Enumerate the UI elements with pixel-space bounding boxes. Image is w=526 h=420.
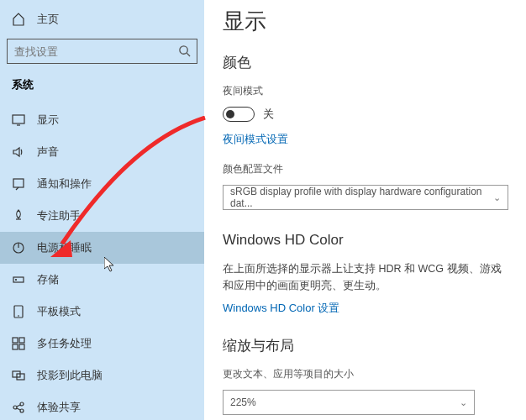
page-title: 显示	[223, 7, 509, 36]
nav-storage[interactable]: 存储	[0, 264, 204, 296]
sound-icon	[12, 145, 25, 159]
project-icon	[12, 369, 25, 382]
nav-notifications[interactable]: 通知和操作	[0, 168, 204, 200]
scale-label: 更改文本、应用等项目的大小	[223, 367, 509, 381]
nav-label: 显示	[37, 113, 59, 128]
multitask-icon	[12, 337, 25, 350]
svg-rect-2	[13, 115, 24, 123]
nav-label: 电源和睡眠	[37, 240, 92, 255]
svg-rect-7	[13, 277, 24, 282]
night-light-toggle[interactable]	[223, 107, 255, 122]
svg-rect-11	[13, 338, 18, 343]
svg-line-21	[17, 408, 20, 410]
nav-label: 声音	[37, 144, 59, 160]
night-light-settings-link[interactable]: 夜间模式设置	[223, 132, 288, 147]
nav-label: 体验共享	[37, 400, 81, 415]
dropdown-value: sRGB display profile with display hardwa…	[230, 186, 493, 209]
share-icon	[12, 401, 25, 414]
hd-color-title: Windows HD Color	[223, 232, 509, 249]
color-section-title: 颜色	[223, 53, 509, 72]
toggle-state: 关	[263, 107, 274, 122]
sidebar: 主页 系统 显示 声音 通知和操作 专注助手 电源和睡眠 存储 平板模式 多任务…	[0, 0, 204, 420]
svg-rect-14	[19, 344, 24, 349]
nav-power-sleep[interactable]: 电源和睡眠	[0, 232, 204, 264]
svg-rect-12	[19, 338, 24, 343]
svg-line-1	[187, 53, 190, 56]
nav-label: 专注助手	[37, 208, 81, 223]
home-link[interactable]: 主页	[0, 7, 204, 32]
nav-display[interactable]: 显示	[0, 104, 204, 136]
color-profile-label: 颜色配置文件	[223, 162, 509, 176]
nav-share[interactable]: 体验共享	[0, 391, 204, 420]
storage-icon	[12, 273, 25, 286]
main-content: 显示 颜色 夜间模式 关 夜间模式设置 颜色配置文件 sRGB display …	[204, 0, 526, 420]
chevron-down-icon: ⌄	[493, 192, 501, 203]
nav-label: 平板模式	[37, 304, 81, 319]
dropdown-value: 225%	[230, 396, 256, 408]
svg-point-18	[20, 402, 24, 406]
nav-label: 多任务处理	[37, 336, 92, 351]
notifications-icon	[12, 177, 25, 191]
monitor-icon	[12, 113, 25, 127]
hd-color-desc: 在上面所选择的显示器上让支持 HDR 和 WCG 视频、游戏和应用中的画面更明亮…	[223, 260, 509, 294]
search-input[interactable]	[7, 39, 197, 64]
toggle-knob	[226, 110, 234, 118]
svg-point-8	[16, 280, 17, 281]
nav-focus[interactable]: 专注助手	[0, 200, 204, 232]
svg-point-0	[180, 46, 187, 54]
nav-multitask[interactable]: 多任务处理	[0, 328, 204, 360]
scale-dropdown[interactable]: 225% ⌄	[223, 390, 475, 415]
color-profile-dropdown[interactable]: sRGB display profile with display hardwa…	[223, 185, 508, 210]
nav-project[interactable]: 投影到此电脑	[0, 360, 204, 391]
scale-section-title: 缩放与布局	[223, 336, 509, 355]
home-label: 主页	[37, 12, 59, 27]
svg-line-20	[17, 405, 20, 407]
search-icon	[178, 45, 191, 57]
nav-sound[interactable]: 声音	[0, 136, 204, 168]
nav-tablet[interactable]: 平板模式	[0, 296, 204, 328]
chevron-down-icon: ⌄	[460, 397, 467, 408]
hd-color-settings-link[interactable]: Windows HD Color 设置	[223, 301, 339, 316]
focus-icon	[12, 209, 25, 223]
svg-point-19	[20, 409, 24, 412]
power-icon	[12, 241, 25, 255]
nav-label: 投影到此电脑	[37, 368, 103, 383]
night-light-toggle-row: 关	[223, 107, 509, 122]
tablet-icon	[12, 305, 25, 318]
svg-point-17	[13, 406, 17, 409]
nav-label: 通知和操作	[37, 176, 92, 192]
home-icon	[12, 13, 25, 26]
svg-rect-4	[13, 179, 24, 187]
night-light-label: 夜间模式	[223, 84, 509, 98]
section-title: 系统	[0, 77, 204, 92]
svg-rect-13	[13, 344, 18, 349]
search-wrap	[0, 39, 204, 64]
nav-label: 存储	[37, 272, 59, 287]
